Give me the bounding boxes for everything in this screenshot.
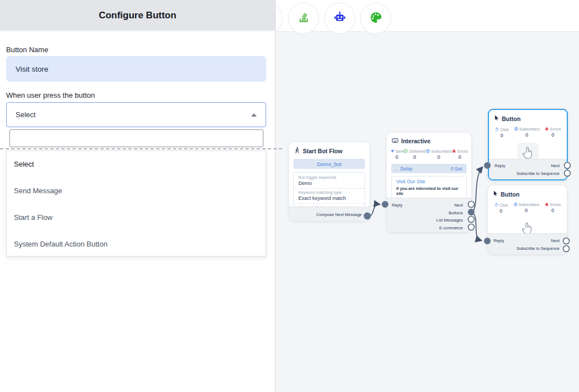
stat-value: 0: [551, 132, 554, 138]
output-subscribe-label: Subscribe to Sequence: [516, 246, 560, 251]
stat-errors: Errors 0: [545, 202, 561, 214]
alignment-guide-line: [0, 148, 282, 149]
button-node-1[interactable]: Button Click 0 Subscribers 0 Errors 0: [488, 109, 568, 180]
interactive-node[interactable]: Interactive Sent 0 Delivered 0 Subscribe…: [387, 133, 471, 232]
button-name-label: Button Name: [6, 46, 48, 54]
edge-buttons-to-button2: [471, 212, 481, 240]
page-title: Configure Button: [99, 10, 177, 21]
output-subscribe-label: Subscribe to Sequence: [516, 171, 560, 176]
stat-value: 0: [458, 154, 461, 160]
button-node-2-title: Button: [501, 191, 520, 198]
bug-icon: [452, 149, 456, 154]
output-list-messages-label: List Messages: [436, 218, 463, 223]
bot-button[interactable]: [324, 3, 355, 34]
cursor-icon: [494, 115, 499, 122]
field-label: Keyword matching type: [298, 190, 360, 195]
interactive-node-header: Interactive: [387, 133, 471, 147]
field-row: Keyword matching type Exact keyword matc…: [294, 189, 365, 204]
stat-subscribers: Subscribers 0: [514, 127, 540, 138]
button-node-1-header: Button: [489, 110, 567, 125]
action-select[interactable]: Select: [6, 102, 266, 127]
delay-label: ... Delay: [395, 166, 412, 172]
output-ecommerce-label: E-commerce: [439, 225, 463, 230]
app-window: Configure Button Button Name Visit store…: [0, 0, 579, 392]
stat-click: Click 0: [494, 202, 508, 214]
button-name-value: Visit store: [16, 65, 48, 73]
subscribers-icon: [513, 202, 518, 207]
canvas-topbar: [276, 0, 579, 32]
configure-button-panel: Configure Button Button Name Visit store…: [0, 0, 276, 392]
action-label: When user press the button: [6, 91, 95, 99]
field-value: Demo: [298, 180, 360, 187]
stat-value: 0: [525, 208, 528, 213]
button-1-footer: Reply Next Subscribe to Sequence: [489, 159, 567, 179]
delay-bar[interactable]: ... Delay 0 Sec: [391, 164, 467, 173]
compose-next-message-label[interactable]: Compose Next Message: [316, 212, 362, 217]
message-body: if you are interested to visit our site: [396, 186, 462, 196]
interactive-node-title: Interactive: [401, 138, 431, 144]
edge-buttons-to-button1: [471, 167, 482, 212]
delay-value: 0 Sec: [451, 166, 463, 172]
action-dropdown-list: Select Send Message Start a Flow System …: [6, 150, 266, 257]
stat-value: 0: [501, 133, 503, 138]
start-node-footer: Compose Next Message: [289, 207, 370, 221]
palette-icon: [369, 11, 383, 27]
output-next-label: Next: [551, 163, 560, 168]
chevron-up-icon: [251, 113, 257, 117]
output-next-label: Next: [455, 203, 463, 208]
button-2-stats: Click 0 Subscribers 0 Errors 0: [488, 200, 567, 217]
button-node-2-header: Button: [488, 185, 567, 200]
layers-button[interactable]: [288, 3, 319, 34]
click-hand-icon: [494, 202, 498, 208]
stat-sent: Sent 0: [390, 149, 403, 160]
check-circle-icon: [403, 149, 408, 154]
stat-value: 0: [526, 132, 528, 138]
stat-click: Click 0: [495, 127, 508, 138]
stat-errors: Errors 0: [452, 149, 468, 160]
stat-value: 0: [500, 208, 502, 214]
bug-icon: [545, 127, 549, 132]
stat-value: 0: [396, 154, 398, 160]
interactive-stats: Sent 0 Delivered 0 Subscribers 0 Errors …: [387, 147, 471, 163]
action-select-value: Select: [16, 110, 36, 119]
layers-icon: [297, 11, 310, 26]
dropdown-option-send-message[interactable]: Send Message: [7, 178, 266, 204]
button-node-1-title: Button: [502, 115, 521, 122]
field-row: Bot trigger keywords Demo: [294, 174, 365, 189]
start-node-header: Start Bot Flow: [289, 142, 370, 158]
field-value: Exact keyword match: [298, 195, 360, 202]
message-title: Visit Our Site: [396, 179, 462, 184]
stat-value: 0: [413, 154, 416, 160]
stat-subscribers: Subscribers 0: [513, 202, 540, 214]
subscribers-icon: [426, 149, 430, 154]
button-2-footer: Reply Next Subscribe to Sequence: [488, 233, 567, 254]
stat-subscribers: Subscribers 0: [426, 149, 452, 160]
stat-value: 0: [551, 208, 554, 213]
keyboard-icon: [392, 138, 398, 144]
walking-person-icon: [294, 147, 300, 155]
start-node-title: Start Bot Flow: [303, 148, 342, 154]
output-buttons-label: Buttons: [449, 210, 463, 215]
output-next-label: Next: [551, 238, 560, 243]
cursor-icon: [493, 190, 498, 198]
bot-name-pill[interactable]: Demo_bot: [293, 159, 365, 169]
button-node-2[interactable]: Button Click 0 Subscribers 0 Errors 0: [488, 185, 567, 254]
bug-icon: [545, 202, 549, 207]
field-label: Bot trigger keywords: [298, 175, 360, 180]
stat-errors: Errors 0: [545, 127, 561, 138]
subscribers-icon: [514, 127, 518, 132]
theme-button[interactable]: [360, 3, 391, 34]
robot-icon: [333, 11, 347, 27]
interactive-message-card[interactable]: Visit Our Site if you are interested to …: [391, 176, 467, 200]
send-icon: [390, 149, 395, 154]
bot-name-value: Demo_bot: [317, 161, 342, 167]
button-name-input[interactable]: Visit store: [6, 56, 266, 82]
stat-delivered: Delivered 0: [403, 149, 426, 160]
stat-value: 0: [437, 154, 440, 160]
dropdown-option-system-default[interactable]: System Default Action Button: [7, 230, 266, 257]
start-bot-flow-node[interactable]: Start Bot Flow Demo_bot Bot trigger keyw…: [289, 142, 370, 221]
dropdown-search-input[interactable]: [9, 129, 263, 147]
dropdown-option-select[interactable]: Select: [7, 151, 266, 178]
button-1-stats: Click 0 Subscribers 0 Errors 0: [489, 125, 567, 141]
dropdown-option-start-a-flow[interactable]: Start a Flow: [7, 204, 266, 231]
